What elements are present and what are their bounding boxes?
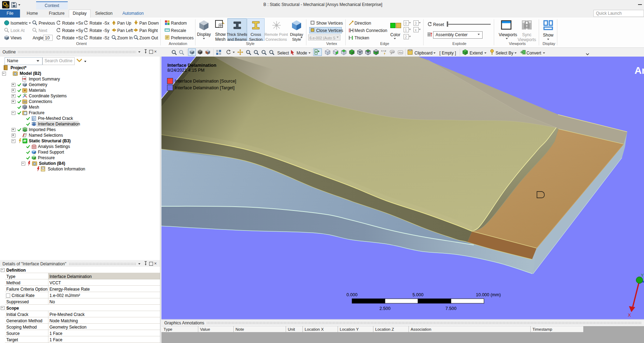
svg-text:Y: Y xyxy=(641,273,644,278)
svg-text:Abc: Abc xyxy=(399,51,403,54)
svg-text:2.500: 2.500 xyxy=(379,306,390,311)
svg-text:199: 199 xyxy=(391,51,394,53)
svg-text:X,Y,Z: X,Y,Z xyxy=(381,50,386,52)
svg-text:5.000: 5.000 xyxy=(412,292,423,297)
svg-text:7.500: 7.500 xyxy=(445,306,456,311)
svg-text:X: X xyxy=(628,312,631,318)
svg-text:i: i xyxy=(42,167,43,169)
svg-text:Ansys: Ansys xyxy=(635,65,644,76)
svg-text:0.000: 0.000 xyxy=(346,292,357,297)
svg-text:10.000 (mm): 10.000 (mm) xyxy=(476,292,501,297)
